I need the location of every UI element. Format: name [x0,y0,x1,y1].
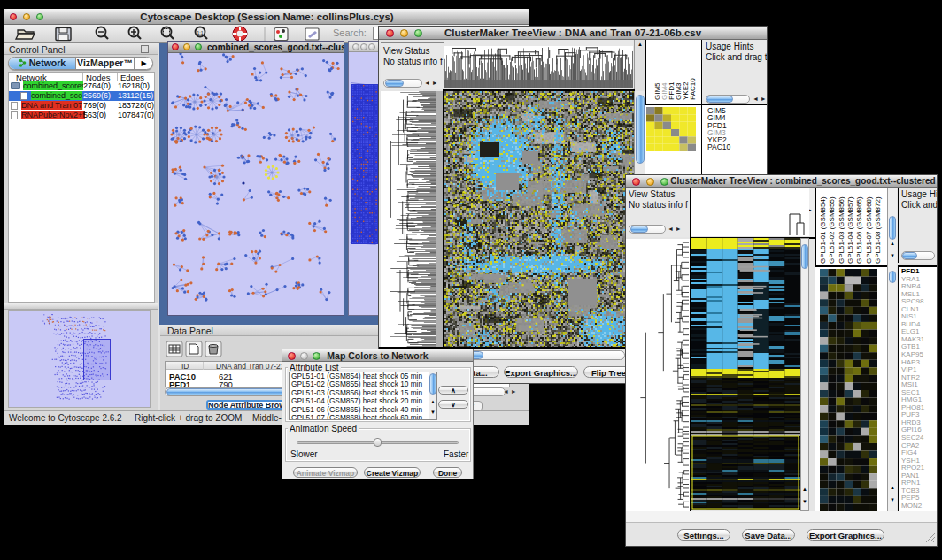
svg-text:1:1: 1:1 [197,30,204,35]
